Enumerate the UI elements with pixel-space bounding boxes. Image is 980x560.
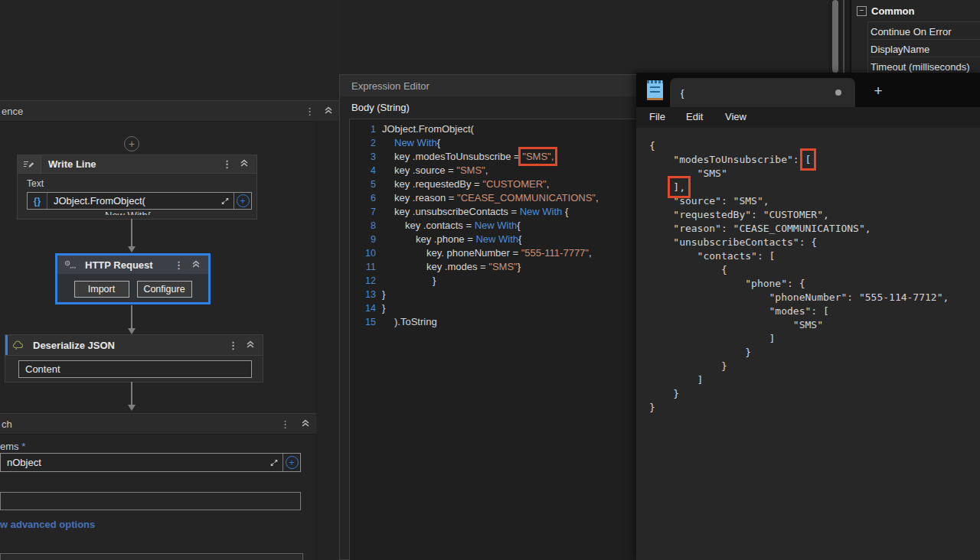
notepad-content[interactable]: { "modesToUnsubscribe": [ "SMS" ], "sour…: [636, 128, 980, 560]
code-text: JObject.FromObject(: [382, 122, 474, 136]
write-line-icon: [18, 155, 41, 173]
items-field-label: ems *: [0, 441, 25, 452]
json-text: "contacts": [: [649, 250, 775, 262]
expression-editor-titlebar[interactable]: Expression Editor: [340, 75, 642, 97]
code-text: key .modes = "SMS"}: [382, 260, 521, 274]
scrollbar-thumb[interactable]: [832, 0, 838, 73]
property-row[interactable]: DisplayName: [871, 44, 929, 55]
line-number: 15: [350, 315, 376, 329]
code-token: key .contacts =: [405, 220, 475, 231]
line-number: 2: [350, 136, 376, 150]
menu-file[interactable]: File: [649, 111, 665, 122]
required-asterisk: *: [21, 441, 25, 452]
code-token: "SMS": [456, 164, 485, 176]
notepad-titlebar[interactable]: { +: [636, 73, 980, 107]
code-editor[interactable]: 1JObject.FromObject(2New With{3key .mode…: [349, 119, 642, 560]
collapse-chevron-icon[interactable]: [240, 158, 249, 170]
notepad-app-icon: [647, 80, 663, 100]
section-common[interactable]: − Common: [851, 0, 980, 21]
code-line: 1JObject.FromObject(: [350, 122, 642, 136]
json-line: "phoneNumber": "555-114-7712",: [649, 291, 980, 304]
unsaved-indicator-icon[interactable]: [835, 90, 841, 96]
activity-deserialize-json[interactable]: Deserialize JSON ⋮ Content: [5, 334, 263, 383]
import-button[interactable]: Import: [74, 281, 129, 298]
menu-view[interactable]: View: [725, 111, 746, 122]
flow-arrowhead: [128, 328, 136, 334]
code-text: key .reason = "CEASE_COMMUNICATIONS",: [382, 191, 599, 205]
panel-splitter[interactable]: [843, 0, 844, 73]
json-line: "unsubscribeContacts": {: [649, 236, 980, 249]
json-text: [649, 181, 673, 193]
empty-input[interactable]: [0, 492, 301, 510]
http-request-header[interactable]: HTTP Request ⋮: [57, 256, 208, 274]
menu-edit[interactable]: Edit: [686, 111, 703, 122]
json-line: "contacts": [: [649, 249, 980, 263]
collapse-chevron-icon[interactable]: [301, 418, 310, 430]
json-line: "requestedBy": "CUSTOMER",: [649, 208, 980, 222]
activity-write-line[interactable]: Write Line ⋮ Text {} JObject.FromObject(…: [17, 155, 257, 220]
code-token: ,: [547, 178, 550, 190]
property-row[interactable]: Timeout (milliseconds): [871, 61, 970, 73]
notepad-tab[interactable]: {: [670, 78, 855, 107]
line-number: 12: [350, 274, 376, 288]
new-tab-button[interactable]: +: [866, 79, 890, 103]
expand-editor-icon[interactable]: [266, 454, 283, 471]
code-token: "CUSTOMER": [482, 178, 546, 190]
expand-editor-icon[interactable]: [217, 193, 234, 209]
json-line: "phone": {: [649, 277, 980, 291]
code-token: key .reason =: [394, 192, 457, 203]
json-text: {: [649, 264, 727, 275]
kebab-menu-icon[interactable]: ⋮: [174, 260, 184, 270]
app-root: ence ⋮ + Write Line ⋮: [0, 0, 980, 560]
kebab-menu-icon[interactable]: ⋮: [222, 159, 232, 169]
content-input[interactable]: Content: [18, 360, 252, 378]
items-value[interactable]: nObject: [1, 454, 266, 471]
code-token: New With: [475, 220, 518, 231]
json-text: ]: [649, 333, 775, 344]
sequence-header[interactable]: ence ⋮: [0, 100, 339, 122]
text-expression-input[interactable]: {} JObject.FromObject( +: [27, 192, 252, 210]
advanced-options-link[interactable]: w advanced options: [0, 519, 95, 530]
collapse-chevron-icon[interactable]: [324, 106, 333, 117]
configure-button[interactable]: Configure: [137, 281, 192, 298]
code-token: JObject.FromObject(: [382, 123, 474, 135]
for-each-header[interactable]: ch ⋮: [0, 413, 316, 435]
json-text: "phone": {: [649, 278, 805, 289]
code-text: ).ToString: [382, 315, 437, 329]
collapse-chevron-icon[interactable]: [246, 340, 255, 351]
code-line: 6key .reason = "CEASE_COMMUNICATIONS",: [350, 191, 642, 205]
scrollbar[interactable]: [828, 0, 850, 73]
code-line: 15).ToString: [350, 315, 642, 329]
code-line: 7key .unsubscribeContacts = New With {: [350, 205, 642, 219]
window-title: Expression Editor: [351, 80, 430, 92]
write-line-header[interactable]: Write Line ⋮: [18, 155, 256, 174]
json-line: ]: [649, 332, 980, 346]
collapse-chevron-icon[interactable]: [191, 259, 201, 271]
code-text: }: [382, 288, 385, 301]
property-row[interactable]: Continue On Error: [871, 26, 952, 37]
json-text: "unsubscribeContacts": {: [649, 236, 817, 248]
add-variable-button[interactable]: +: [234, 193, 251, 209]
kebab-menu-icon[interactable]: ⋮: [305, 106, 315, 116]
add-activity-button[interactable]: +: [124, 136, 139, 151]
line-number: 3: [350, 150, 376, 164]
code-token: ,: [596, 192, 599, 203]
json-line: }: [649, 387, 980, 401]
for-each-title: ch: [2, 418, 12, 430]
kebab-menu-icon[interactable]: ⋮: [228, 340, 238, 350]
activity-http-request[interactable]: HTTP Request ⋮ Import Configure: [55, 253, 211, 304]
deserialize-json-header[interactable]: Deserialize JSON ⋮: [5, 335, 263, 356]
add-variable-button[interactable]: +: [283, 454, 300, 471]
items-expression-input[interactable]: nObject +: [0, 453, 301, 472]
expression-value[interactable]: JObject.FromObject(: [47, 193, 217, 209]
designer-scrollbar-track[interactable]: [315, 121, 340, 560]
flow-arrowhead: [128, 246, 136, 252]
highlight-box: ],: [673, 181, 685, 193]
field-label: Body (String): [351, 102, 410, 113]
code-text: New With{: [382, 136, 440, 150]
collapse-box-icon[interactable]: −: [857, 6, 867, 16]
json-text: "SMS": [649, 319, 823, 330]
line-number: 11: [350, 260, 376, 274]
kebab-menu-icon[interactable]: ⋮: [280, 419, 290, 429]
code-token: {: [517, 220, 520, 231]
